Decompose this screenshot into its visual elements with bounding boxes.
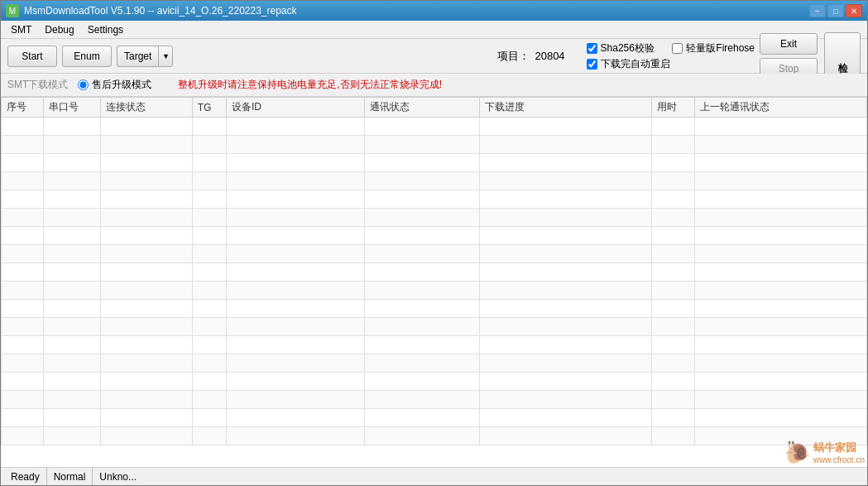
upgrade-mode-label: 售后升级模式 xyxy=(92,78,151,92)
start-button[interactable]: Start xyxy=(7,46,57,67)
mode-bar: SMT下载模式 售后升级模式 整机升级时请注意保持电池电量充足,否则无法正常烧录… xyxy=(1,74,867,97)
table-row xyxy=(2,263,867,281)
exit-stop-area: Exit Stop xyxy=(760,33,818,79)
menu-settings[interactable]: Settings xyxy=(81,22,130,37)
sha256-label: Sha256校验 xyxy=(601,41,655,55)
status-bar: Ready Normal Unkno... xyxy=(1,467,867,485)
auto-restart-row: 下载完自动重启 xyxy=(587,57,755,71)
table-row xyxy=(2,227,867,245)
menu-bar: SMT Debug Settings xyxy=(1,21,867,39)
menu-debug[interactable]: Debug xyxy=(38,22,80,37)
status-unknown: Unkno... xyxy=(93,468,864,485)
table-header-row: 序号 串口号 连接状态 TG 设备ID 通讯状态 下载进度 用时 上一轮通讯状态 xyxy=(2,98,867,118)
device-table: 序号 串口号 连接状态 TG 设备ID 通讯状态 下载进度 用时 上一轮通讯状态 xyxy=(1,97,867,445)
menu-smt[interactable]: SMT xyxy=(4,22,38,37)
col-time: 用时 xyxy=(652,98,694,118)
table-row xyxy=(2,336,867,354)
enum-button[interactable]: Enum xyxy=(62,46,112,67)
sha256-checkbox[interactable] xyxy=(587,43,597,54)
firehose-label: 轻量版Firehose xyxy=(686,41,755,55)
table-row xyxy=(2,136,867,154)
col-last-comm: 上一轮通讯状态 xyxy=(694,98,867,118)
project-label: 项目： xyxy=(497,49,530,64)
target-button[interactable]: Target xyxy=(117,46,158,67)
table-row xyxy=(2,427,867,445)
verify-button[interactable]: 检验 xyxy=(824,32,861,80)
table-row xyxy=(2,154,867,172)
title-bar: M MsmDownloadTool V5.1.90 -- avicii_14_O… xyxy=(1,1,867,21)
table-row xyxy=(2,245,867,263)
col-connect: 连接状态 xyxy=(100,98,192,118)
table-row xyxy=(2,318,867,336)
sha256-row: Sha256校验 轻量版Firehose xyxy=(587,41,755,55)
firehose-checkbox[interactable] xyxy=(672,43,683,54)
col-progress: 下载进度 xyxy=(479,98,651,118)
data-table[interactable]: 序号 串口号 连接状态 TG 设备ID 通讯状态 下载进度 用时 上一轮通讯状态 xyxy=(1,97,867,467)
status-normal: Normal xyxy=(47,468,94,485)
maximize-button[interactable]: □ xyxy=(827,4,844,17)
checkboxes-area: Sha256校验 轻量版Firehose 下载完自动重启 xyxy=(587,41,755,71)
target-dropdown[interactable]: Target ▼ xyxy=(117,46,173,67)
col-seq: 序号 xyxy=(2,98,44,118)
main-content: 序号 串口号 连接状态 TG 设备ID 通讯状态 下载进度 用时 上一轮通讯状态 xyxy=(1,97,867,467)
col-comm: 通讯状态 xyxy=(364,98,479,118)
table-row xyxy=(2,354,867,373)
table-row xyxy=(2,300,867,318)
exit-button[interactable]: Exit xyxy=(760,33,818,55)
main-window: M MsmDownloadTool V5.1.90 -- avicii_14_O… xyxy=(0,0,868,486)
minimize-button[interactable]: − xyxy=(809,4,826,17)
target-dropdown-arrow[interactable]: ▼ xyxy=(158,46,173,67)
auto-restart-label: 下载完自动重启 xyxy=(601,57,670,71)
col-tg: TG xyxy=(192,98,226,118)
table-row xyxy=(2,118,867,136)
auto-restart-checkbox[interactable] xyxy=(587,59,597,70)
table-row xyxy=(2,172,867,190)
window-title: MsmDownloadTool V5.1.90 -- avicii_14_O.2… xyxy=(24,5,297,17)
notice-text: 整机升级时请注意保持电池电量充足,否则无法正常烧录完成! xyxy=(178,78,442,92)
smt-mode-label: SMT下载模式 xyxy=(7,78,68,92)
table-body xyxy=(2,118,867,445)
upgrade-radio-input[interactable] xyxy=(78,79,89,90)
upgrade-mode-radio: 售后升级模式 xyxy=(78,78,151,92)
title-bar-text: M MsmDownloadTool V5.1.90 -- avicii_14_O… xyxy=(6,4,297,17)
col-device-id: 设备ID xyxy=(226,98,364,118)
close-button[interactable]: ✕ xyxy=(846,4,862,17)
project-area: 项目： 20804 xyxy=(497,49,564,64)
app-icon: M xyxy=(6,4,19,17)
table-row xyxy=(2,209,867,227)
toolbar: Start Enum Target ▼ 项目： 20804 Sha256校验 轻… xyxy=(1,39,867,74)
col-port: 串口号 xyxy=(44,98,100,118)
table-row xyxy=(2,190,867,209)
table-row xyxy=(2,373,867,391)
table-row xyxy=(2,409,867,427)
title-buttons: − □ ✕ xyxy=(809,4,862,17)
status-ready: Ready xyxy=(4,468,47,485)
project-value: 20804 xyxy=(535,50,564,62)
table-row xyxy=(2,391,867,409)
right-side: Exit Stop 检验 xyxy=(760,32,861,80)
table-row xyxy=(2,281,867,300)
